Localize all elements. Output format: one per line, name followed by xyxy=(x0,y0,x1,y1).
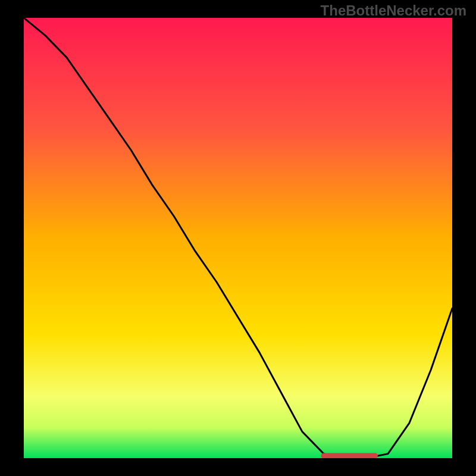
watermark-text: TheBottleNecker.com xyxy=(321,2,466,19)
chart-container: TheBottleNecker.com xyxy=(0,0,476,476)
chart-svg xyxy=(24,18,452,458)
chart-background xyxy=(24,18,452,458)
plot-area xyxy=(24,18,452,458)
